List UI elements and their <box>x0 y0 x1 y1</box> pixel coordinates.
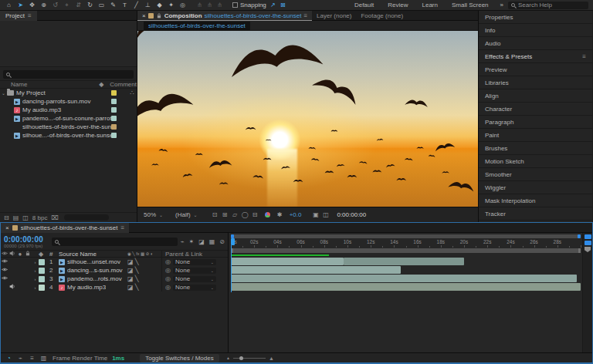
orbit-camera-tool[interactable]: ↺ <box>49 0 61 10</box>
project-search-input[interactable] <box>3 70 134 79</box>
layer-visibility-icon[interactable] <box>1 258 8 265</box>
mask-visibility-icon[interactable]: ◯ <box>240 211 250 218</box>
label-column-icon[interactable]: ◆ <box>99 81 110 88</box>
new-composition-icon[interactable]: ◫ <box>22 214 29 221</box>
expand-chevron-icon[interactable]: › <box>32 260 39 265</box>
pan-camera-tool[interactable]: ⌖ <box>61 0 73 10</box>
label-color-chip[interactable] <box>39 268 49 274</box>
label-color-chip[interactable] <box>111 124 117 130</box>
local-axis-mode-icon[interactable]: ⋔ <box>195 2 205 8</box>
panel-mask-interpolation[interactable]: Mask Interpolation <box>479 194 592 207</box>
layer-source-name[interactable]: ▶pandemo...rots.mov <box>59 275 127 282</box>
layer-audio-icon[interactable] <box>8 284 16 291</box>
expand-chevron-icon[interactable]: › <box>32 277 39 281</box>
roto-brush-tool[interactable]: ✦ <box>165 0 177 10</box>
shape-tool[interactable]: ▭ <box>96 0 107 10</box>
clone-stamp-tool[interactable]: ⊥ <box>142 0 154 10</box>
dolly-camera-tool[interactable]: ⇵ <box>73 0 84 10</box>
zoom-in-icon[interactable]: ▲ <box>269 356 274 361</box>
transparency-grid-icon[interactable]: ▱ <box>230 211 240 218</box>
column-parent-link[interactable]: Parent & Link <box>161 251 228 257</box>
view-layout-icon[interactable]: ⊟ <box>250 211 260 218</box>
pickwhip-icon[interactable]: ◎ <box>165 267 171 274</box>
layer-row[interactable]: ›1▶silhoue...unset.mov◪ ╲◎None⌄ <box>1 258 228 266</box>
panel-align[interactable]: Align <box>479 89 592 102</box>
layer-duration-bar[interactable] <box>231 283 581 291</box>
layer-duration-bar[interactable] <box>231 266 401 274</box>
video-column-icon[interactable] <box>1 251 8 258</box>
layer-visibility-icon[interactable] <box>1 267 8 274</box>
column-comment[interactable]: Comment <box>110 81 137 88</box>
live-update-icon[interactable]: ◔ <box>5 355 13 362</box>
snap-along-edges-icon[interactable]: ↗ <box>268 2 278 8</box>
project-item-name[interactable]: dancing-parrots-sun.mov <box>22 98 111 105</box>
exposure-icon[interactable]: ✱ <box>275 211 285 218</box>
rotation-tool[interactable]: ↻ <box>84 0 96 10</box>
layer-row[interactable]: ›3▶pandemo...rots.mov◪ ╲◎None⌄ <box>1 275 228 283</box>
workspace-default[interactable]: Default <box>347 2 381 8</box>
tab-composition[interactable]: × Composition silhouettes-of-birds-over-… <box>137 11 312 21</box>
project-item-row[interactable]: ▶dancing-parrots-sun.mov <box>0 97 137 106</box>
expand-chevron-icon[interactable]: › <box>32 285 39 290</box>
tab-timeline[interactable]: × silhouettes-of-birds-over-the-sunset ≡ <box>1 223 129 233</box>
scrollbar-cap[interactable] <box>585 234 591 239</box>
playhead[interactable] <box>231 238 235 292</box>
column-name[interactable]: Name <box>11 81 99 88</box>
hand-tool[interactable]: ✥ <box>26 0 38 10</box>
guides-grid-icon[interactable]: ⊞ <box>220 211 230 218</box>
panel-content-aware-fill[interactable]: Content-Aware Fill <box>479 221 592 222</box>
current-timecode[interactable]: 0:00:00:00 <box>4 235 49 244</box>
panel-properties[interactable]: Properties <box>479 11 592 23</box>
project-bit-depth[interactable]: 8 bpc <box>32 214 48 221</box>
workspace-learn[interactable]: Learn <box>415 2 445 8</box>
layer-switches[interactable]: ◪ ╲ <box>127 258 161 265</box>
show-snapshot-icon[interactable]: ◫ <box>320 211 330 218</box>
workspace-overflow-icon[interactable]: » <box>496 2 508 8</box>
in-out-columns-icon[interactable]: ≡ <box>28 355 36 362</box>
search-help-input[interactable]: Search Help <box>508 2 588 9</box>
project-item-row[interactable]: ⌄My Project∴ <box>0 89 137 97</box>
label-color-chip[interactable] <box>111 133 117 138</box>
layer-source-name[interactable]: ▶silhoue...unset.mov <box>59 258 127 265</box>
viewer-timecode[interactable]: 0:00:00:00 <box>337 211 366 218</box>
label-color-chip[interactable] <box>111 90 117 96</box>
layer-switches[interactable]: ◪ ╲ <box>127 284 161 291</box>
tab-project[interactable]: Project ≡ <box>0 11 37 21</box>
pickwhip-icon[interactable]: ◎ <box>165 284 171 291</box>
label-color-chip[interactable] <box>111 116 117 121</box>
eraser-tool[interactable]: ◆ <box>154 0 165 10</box>
project-item-row[interactable]: silhouettes-of-birds-over-the-sunset <box>0 123 137 131</box>
workspace-review[interactable]: Review <box>381 2 415 8</box>
playhead-handle[interactable] <box>231 238 235 245</box>
project-item-name[interactable]: My Project <box>16 89 111 96</box>
snapping-toggle[interactable]: Snapping <box>232 2 266 8</box>
new-folder-icon[interactable]: ▤ <box>13 214 19 221</box>
draft-3d-icon[interactable]: ✶ <box>188 238 194 245</box>
layer-duration-bar[interactable] <box>231 275 577 282</box>
panel-smoother[interactable]: Smoother <box>479 168 592 180</box>
close-icon[interactable]: × <box>142 12 146 19</box>
audio-column-icon[interactable] <box>8 251 16 258</box>
comp-mini-flowchart-icon[interactable]: ⌁ <box>181 238 185 245</box>
composition-breadcrumb[interactable]: silhouettes-of-birds-over-the-sunset <box>144 22 250 30</box>
layer-source-name[interactable]: ▶dancing...s-sun.mov <box>59 267 127 274</box>
workspace-small-screen[interactable]: Small Screen <box>445 2 496 8</box>
layer-duration-bar[interactable] <box>231 258 344 265</box>
view-axis-mode-icon[interactable]: ⋔ <box>215 2 225 8</box>
frame-blending-icon[interactable]: ▦ <box>209 238 215 245</box>
panel-wiggler[interactable]: Wiggler <box>479 181 592 194</box>
panel-motion-sketch[interactable]: Motion Sketch <box>479 155 592 167</box>
composition-viewport[interactable] <box>137 31 478 207</box>
timeline-vertical-scrollbar[interactable] <box>582 233 592 352</box>
layer-source-name[interactable]: ♪My audio.mp3 <box>59 284 127 291</box>
panel-brushes[interactable]: Brushes <box>479 142 592 154</box>
world-axis-mode-icon[interactable]: ⋔ <box>205 2 215 8</box>
pickwhip-icon[interactable]: ◎ <box>165 258 171 265</box>
take-snapshot-icon[interactable]: ▣ <box>310 211 320 218</box>
timeline-zoom-slider[interactable]: ▲ ▲ <box>226 356 274 361</box>
project-item-name[interactable]: pandemo...-of-sun-conure-parrots.mov <box>22 115 111 122</box>
label-color-chip[interactable] <box>39 259 49 265</box>
resolution-dropdown[interactable]: (Half) ⌄ <box>175 211 198 218</box>
layer-switches[interactable]: ◪ ╲ <box>127 275 161 282</box>
close-icon[interactable]: × <box>5 224 9 231</box>
